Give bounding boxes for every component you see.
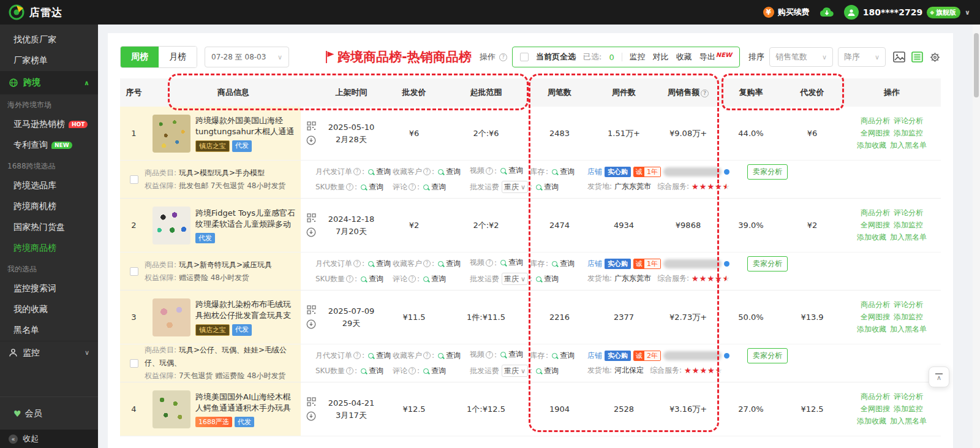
sidebar-item-country-hot-goods[interactable]: 国家热门货盘 [0,217,98,238]
seller-analysis-button[interactable]: 卖家分析 [747,164,788,180]
product-analysis-link[interactable]: 商品分析 [861,208,890,217]
add-favorite-link[interactable]: 添加收藏 [857,417,886,425]
query-link[interactable]: 查询 [376,259,391,269]
query-link[interactable]: 查询 [560,167,575,177]
shop-link[interactable]: 店铺 [587,259,602,269]
add-blacklist-link[interactable]: 加入黑名单 [890,325,927,333]
product-title[interactable]: 跨境Fidget Toys儿童感官石 纹理柔软适合儿童烦躁多动解压感官石 [195,208,299,230]
query-link[interactable]: 查询 [560,351,575,361]
query-link[interactable]: 查询 [431,366,446,376]
review-analysis-link[interactable]: 评论分析 [894,208,923,217]
add-blacklist-link[interactable]: 加入黑名单 [890,141,927,150]
query-link[interactable]: 查询 [446,351,461,361]
sidebar-group-crossborder[interactable]: 跨境 ∧ [0,71,98,94]
row-checkbox[interactable] [130,175,138,184]
qr-code-icon[interactable] [307,397,316,406]
sidebar-item-amazon-bestsellers[interactable]: 亚马逊热销榜HOT [0,114,98,135]
product-thumbnail[interactable] [153,298,190,336]
query-link[interactable]: 查询 [544,182,559,192]
image-search-link[interactable]: 全网图搜 [861,129,890,137]
add-monitor-link[interactable]: 添加监控 [894,313,923,321]
product-thumbnail[interactable] [153,207,190,245]
product-title[interactable]: 跨境爆款外国美国山海经tungtungsahur木棍人通通通盲盒手办摆件 [195,115,299,137]
help-icon[interactable]: ? [499,53,507,61]
sidebar-item-crossborder-product-rankings[interactable]: 跨境商品榜 [0,238,98,259]
product-thumbnail[interactable] [153,115,190,153]
buy-renew-button[interactable]: ¥ 购买续费 [763,7,810,18]
tab-monthly[interactable]: 月榜 [159,47,197,67]
image-search-link[interactable]: 全网图搜 [861,221,890,229]
row-checkbox[interactable] [130,359,138,368]
add-favorite-link[interactable]: 添加收藏 [857,325,886,333]
query-link[interactable]: 查询 [376,167,391,177]
wangwang-icon[interactable] [724,353,729,359]
query-link[interactable]: 查询 [508,349,523,360]
review-analysis-link[interactable]: 评论分析 [894,300,923,309]
add-blacklist-link[interactable]: 加入黑名单 [890,417,927,425]
freight-city-select[interactable]: 重庆∨ [502,273,528,285]
sidebar-collapse-button[interactable]: « 收起 [0,430,98,448]
sidebar-item-supplier-rankings[interactable]: 厂家榜单 [0,50,98,71]
sidebar-group-monitoring[interactable]: 监控 ∨ [0,341,98,364]
product-thumbnail[interactable] [153,390,190,428]
download-icon[interactable] [306,319,316,329]
sidebar-item-opportunity-rankings[interactable]: 跨境商机榜 [0,196,98,217]
qr-code-icon[interactable] [307,305,316,314]
download-icon[interactable] [306,411,316,421]
add-monitor-link[interactable]: 添加监控 [894,129,923,137]
query-link[interactable]: 查询 [544,274,559,284]
date-range-select[interactable]: 07-28 至 08-03 ∨ [205,47,289,67]
review-analysis-link[interactable]: 评论分析 [894,392,923,401]
image-view-icon[interactable] [893,51,905,63]
query-link[interactable]: 查询 [560,259,575,269]
scrollbar-track[interactable] [973,25,980,448]
favorite-action[interactable]: 收藏 [676,51,692,63]
product-analysis-link[interactable]: 商品分析 [861,392,890,401]
back-to-top-button[interactable]: ∧ [929,366,949,387]
product-title[interactable]: 跨境爆款扎染粉布布毛绒玩具抱枕公仔批发盲盒玩具支持一件代发 [195,299,299,321]
add-blacklist-link[interactable]: 加入黑名单 [890,233,927,241]
qr-code-icon[interactable] [307,213,316,222]
scrollbar-thumb[interactable] [974,33,979,97]
query-link[interactable]: 查询 [431,274,446,284]
add-favorite-link[interactable]: 添加收藏 [857,141,886,150]
wangwang-icon[interactable] [724,169,729,175]
sidebar-item-my-favorites[interactable]: 我的收藏 [0,299,98,320]
query-link[interactable]: 查询 [369,182,383,192]
query-link[interactable]: 查询 [508,257,523,268]
query-link[interactable]: 查询 [431,182,446,192]
sidebar-item-find-suppliers[interactable]: 找优质厂家 [0,29,98,50]
shop-link[interactable]: 店铺 [587,167,602,177]
query-link[interactable]: 查询 [369,274,383,284]
qr-code-icon[interactable] [307,121,316,131]
tab-weekly[interactable]: 周榜 [121,47,159,67]
export-action[interactable]: 导出NEW [699,51,732,63]
image-search-link[interactable]: 全网图搜 [861,313,890,321]
freight-city-select[interactable]: 重庆∨ [502,181,528,193]
shop-link[interactable]: 店铺 [587,351,602,361]
download-icon[interactable] [306,135,316,145]
query-link[interactable]: 查询 [508,165,523,176]
help-icon[interactable]: ? [701,89,709,97]
add-monitor-link[interactable]: 添加监控 [894,404,923,413]
add-favorite-link[interactable]: 添加收藏 [857,233,886,241]
sidebar-item-patent-search[interactable]: 专利查询NEW [0,135,98,156]
select-all-label[interactable]: 当前页全选 [536,51,576,63]
sort-field-select[interactable]: 销售笔数 ∨ [769,47,833,67]
product-analysis-link[interactable]: 商品分析 [861,300,890,309]
query-link[interactable]: 查询 [446,167,461,177]
review-analysis-link[interactable]: 评论分析 [894,116,923,125]
product-analysis-link[interactable]: 商品分析 [861,116,890,125]
seller-analysis-button[interactable]: 卖家分析 [747,256,788,271]
list-view-icon[interactable] [911,51,923,63]
settings-gear-icon[interactable] [929,51,941,63]
sidebar-item-membership[interactable]: ♥ 会员 [0,403,98,424]
query-link[interactable]: 查询 [544,366,559,376]
account-menu[interactable]: 180****2729 ◆ 旗舰版 ∨ [844,5,970,20]
seller-analysis-button[interactable]: 卖家分析 [747,348,788,363]
freight-city-select[interactable]: 重庆∨ [502,365,528,377]
image-search-link[interactable]: 全网图搜 [861,404,890,413]
sidebar-item-crossborder-library[interactable]: 跨境选品库 [0,175,98,196]
row-checkbox[interactable] [130,267,138,276]
cloud-download-icon[interactable] [820,7,834,18]
